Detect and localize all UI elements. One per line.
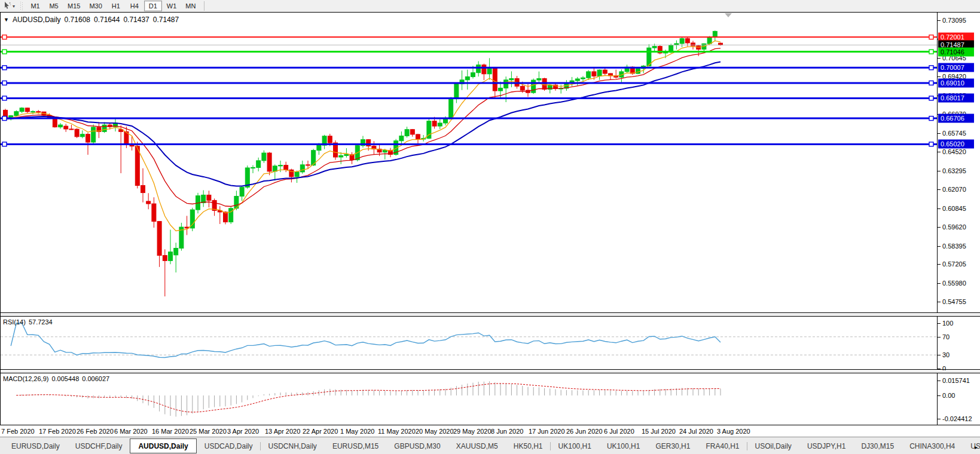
rsi-tick-label: 30 (942, 351, 950, 358)
date-label: 3 Aug 2020 (717, 428, 750, 435)
chart-tab-fra40-h1[interactable]: FRA40,H1 (698, 440, 747, 453)
timeframe-button-mn[interactable]: MN (181, 1, 200, 11)
price-badge: 0.65020 (938, 140, 974, 149)
chart-tab-eurusd-daily[interactable]: EURUSD,Daily (4, 440, 68, 453)
chart-tab-china300-h4[interactable]: CHINA300,H4 (902, 440, 963, 453)
price-tick-label: 0.55980 (942, 280, 966, 287)
date-label: 24 Jul 2020 (679, 428, 713, 435)
chart-tab-uk100-h1[interactable]: UK100,H1 (551, 440, 599, 453)
date-label: 6 Mar 2020 (114, 428, 148, 435)
ohlc-high: 0.71644 (94, 16, 120, 24)
chart-tab-uk100-h1[interactable]: UK100,H1 (599, 440, 648, 453)
date-label: 17 Jun 2020 (529, 428, 565, 435)
rsi-value: 57.7234 (29, 318, 53, 326)
date-label: 7 Feb 2020 (1, 428, 35, 435)
timeframe-button-h1[interactable]: H1 (107, 1, 125, 11)
price-tick-mark (938, 76, 941, 77)
macd-signal-line (16, 384, 721, 412)
toolbar-grip[interactable] (20, 2, 23, 10)
date-label: 20 May 2020 (416, 428, 454, 435)
price-tick-label: 0.64520 (942, 148, 966, 155)
macd-chart-canvas[interactable] (1, 373, 937, 425)
chart-tab-audusd-daily[interactable]: AUDUSD,Daily (130, 438, 196, 453)
rsi-panel[interactable]: RSI(14) 57.7234 10070300 (1, 316, 980, 370)
chart-tab-bar: EURUSD,DailyUSDCHF,DailyAUDUSD,DailyUSDC… (0, 437, 980, 454)
macd-tick-label: 0.00 (942, 392, 955, 399)
time-axis[interactable]: 7 Feb 202017 Feb 202026 Feb 20206 Mar 20… (0, 425, 980, 437)
tab-scroll-right-icon[interactable]: ▸ (975, 444, 978, 450)
date-label: 8 Jun 2020 (491, 428, 523, 435)
rsi-tick-label: 100 (942, 320, 953, 327)
rsi-tick-mark (938, 355, 941, 355)
chart-symbol-label: AUDUSD,Daily (13, 16, 61, 24)
chevron-down-icon: ▾ (13, 4, 15, 9)
price-tick-mark (938, 171, 941, 171)
chart-tab-usdcnh-daily[interactable]: USDCNH,Daily (261, 440, 325, 453)
price-tick-label: 0.58395 (942, 243, 966, 250)
rsi-name: RSI(14) (3, 318, 26, 326)
ohlc-close: 0.71487 (153, 16, 179, 24)
rsi-tick-label: 70 (942, 333, 950, 340)
chart-tab-usdjpy-h1[interactable]: USDJPY,H1 (799, 440, 853, 453)
macd-tick-label: -0.024412 (942, 415, 972, 422)
price-tick-mark (938, 246, 941, 247)
macd-tick-label: 0.015741 (942, 377, 970, 384)
timeframe-toolbar: ▾ M1M5M15M30H1H4D1W1MN (0, 0, 980, 12)
timeframe-button-d1[interactable]: D1 (144, 1, 162, 11)
price-tick-mark (938, 58, 941, 59)
price-tick-mark (938, 302, 941, 302)
main-price-panel[interactable]: ▼ AUDUSD,Daily 0.71608 0.71644 0.71437 0… (1, 13, 980, 313)
chart-tab-xauusd-m5[interactable]: XAUUSD,M5 (448, 440, 506, 453)
chart-tab-hk50-h1[interactable]: HK50,H1 (506, 440, 551, 453)
macd-value: 0.005448 (51, 375, 79, 382)
rsi-axis[interactable]: 10070300 (937, 317, 980, 369)
hline-layer[interactable] (1, 35, 937, 146)
price-chart-canvas[interactable] (1, 13, 937, 312)
timeframe-button-m5[interactable]: M5 (45, 1, 63, 11)
toolbar-separator (204, 1, 204, 11)
date-label: 22 Apr 2020 (303, 428, 338, 435)
chart-tab-usdcad-daily[interactable]: USDCAD,Daily (197, 440, 261, 453)
price-badge: 0.66706 (938, 114, 974, 123)
chart-tab-ger30-h1[interactable]: GER30,H1 (648, 440, 698, 453)
collapse-triangle-icon[interactable]: ▼ (4, 17, 9, 23)
ohlc-low: 0.71437 (123, 16, 149, 24)
date-label: 26 Feb 2020 (77, 428, 114, 435)
ma-7-line (5, 41, 721, 231)
timeframe-button-m30[interactable]: M30 (85, 1, 106, 11)
chart-tab-usoil-daily[interactable]: USOil,Daily (747, 440, 799, 453)
rsi-chart-canvas[interactable] (1, 317, 937, 369)
chart-tab-usdchf-daily[interactable]: USDCHF,Daily (68, 440, 130, 453)
timeframe-button-m1[interactable]: M1 (26, 1, 44, 11)
macd-tick-mark (938, 419, 941, 419)
timeframe-button-w1[interactable]: W1 (163, 1, 181, 11)
price-tick-label: 0.63295 (942, 167, 966, 174)
timeframe-buttons: M1M5M15M30H1H4D1W1MN (26, 1, 200, 11)
macd-panel[interactable]: MACD(12,26,9) 0.005448 0.006027 0.015741… (1, 373, 980, 425)
price-tick-mark (938, 20, 941, 21)
price-tick-label: 0.65745 (942, 130, 966, 137)
rsi-tick-mark (938, 323, 941, 324)
date-label: 29 May 2020 (453, 428, 491, 435)
date-label: 16 Mar 2020 (152, 428, 189, 435)
price-tick-mark (938, 264, 941, 265)
macd-label: MACD(12,26,9) 0.005448 0.006027 (3, 375, 109, 382)
chart-tab-dj30-m15[interactable]: DJ30,M15 (853, 440, 902, 453)
chart-tab-eurusd-m15[interactable]: EURUSD,M15 (325, 440, 386, 453)
price-tick-label: 0.54755 (942, 298, 966, 305)
price-axis[interactable]: 0.730950.718700.706450.694200.681950.669… (937, 13, 980, 312)
price-tick-mark (938, 133, 941, 134)
price-tick-mark (938, 189, 941, 190)
price-tick-label: 0.57205 (942, 260, 966, 268)
price-badge: 0.71046 (938, 47, 974, 56)
chart-tab-gbpusd-m30[interactable]: GBPUSD,M30 (386, 440, 448, 453)
macd-histogram (16, 381, 721, 416)
timeframe-button-m15[interactable]: M15 (63, 1, 84, 11)
macd-axis[interactable]: 0.0157410.00-0.024412 (937, 373, 980, 425)
cursor-tool-button[interactable]: ▾ (1, 1, 17, 11)
rsi-line (11, 323, 721, 358)
date-label: 6 Jul 2020 (604, 428, 634, 435)
price-tick-label: 0.73095 (942, 17, 966, 24)
candlestick-layer[interactable] (4, 30, 723, 296)
timeframe-button-h4[interactable]: H4 (126, 1, 144, 11)
